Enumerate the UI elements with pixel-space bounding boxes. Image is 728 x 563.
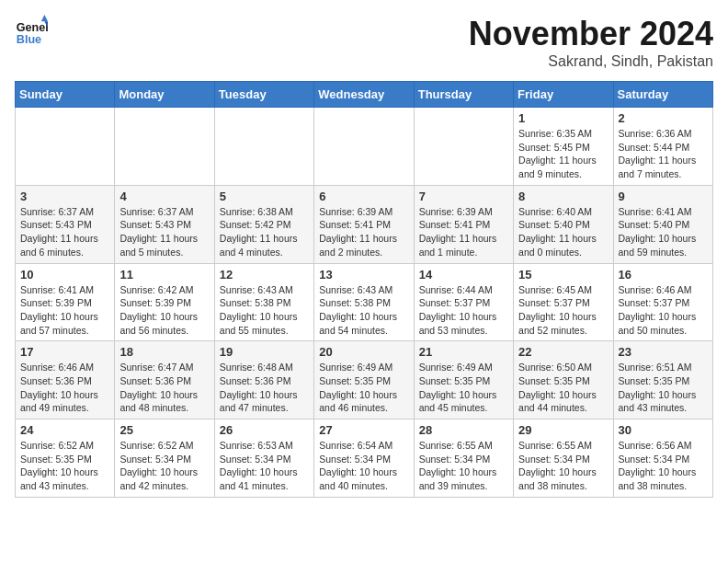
calendar-cell: 7Sunrise: 6:39 AMSunset: 5:41 PMDaylight… [414, 185, 513, 263]
day-info: Sunrise: 6:39 AMSunset: 5:41 PMDaylight:… [419, 205, 508, 259]
calendar-cell: 17Sunrise: 6:46 AMSunset: 5:36 PMDayligh… [16, 341, 115, 419]
weekday-header-thursday: Thursday [414, 82, 513, 108]
day-number: 30 [619, 423, 708, 437]
day-info: Sunrise: 6:44 AMSunset: 5:37 PMDaylight:… [419, 283, 508, 338]
day-info: Sunrise: 6:47 AMSunset: 5:36 PMDaylight:… [119, 361, 209, 415]
calendar-cell: 4Sunrise: 6:37 AMSunset: 5:43 PMDaylight… [115, 185, 214, 263]
day-number: 9 [619, 190, 708, 203]
day-number: 22 [518, 345, 608, 359]
day-info: Sunrise: 6:43 AMSunset: 5:38 PMDaylight:… [220, 283, 309, 338]
calendar-cell: 9Sunrise: 6:41 AMSunset: 5:40 PMDaylight… [613, 185, 712, 263]
day-number: 8 [518, 190, 608, 203]
title-area: November 2024 Sakrand, Sindh, Pakistan [469, 15, 713, 70]
calendar-row-3: 10Sunrise: 6:41 AMSunset: 5:39 PMDayligh… [16, 263, 713, 341]
day-number: 2 [619, 111, 708, 125]
day-number: 20 [319, 345, 408, 359]
day-info: Sunrise: 6:37 AMSunset: 5:43 PMDaylight:… [119, 205, 209, 259]
day-number: 14 [419, 268, 508, 282]
calendar-cell: 5Sunrise: 6:38 AMSunset: 5:42 PMDaylight… [214, 185, 313, 263]
day-info: Sunrise: 6:43 AMSunset: 5:38 PMDaylight:… [319, 283, 408, 338]
day-info: Sunrise: 6:35 AMSunset: 5:45 PMDaylight:… [518, 127, 608, 181]
logo: General Blue [15, 15, 48, 48]
day-info: Sunrise: 6:56 AMSunset: 5:34 PMDaylight:… [619, 439, 708, 493]
day-info: Sunrise: 6:40 AMSunset: 5:40 PMDaylight:… [518, 205, 608, 259]
day-number: 15 [518, 268, 608, 282]
calendar-cell: 1Sunrise: 6:35 AMSunset: 5:45 PMDaylight… [514, 108, 613, 186]
calendar-row-5: 24Sunrise: 6:52 AMSunset: 5:35 PMDayligh… [16, 419, 713, 498]
calendar-cell: 12Sunrise: 6:43 AMSunset: 5:38 PMDayligh… [214, 263, 313, 341]
calendar-cell: 16Sunrise: 6:46 AMSunset: 5:37 PMDayligh… [613, 263, 712, 341]
day-number: 13 [319, 268, 408, 282]
day-number: 10 [20, 268, 109, 282]
calendar-cell: 26Sunrise: 6:53 AMSunset: 5:34 PMDayligh… [214, 419, 313, 498]
weekday-header-saturday: Saturday [613, 82, 712, 108]
day-number: 5 [220, 190, 309, 203]
month-title: November 2024 [469, 15, 713, 53]
calendar-row-4: 17Sunrise: 6:46 AMSunset: 5:36 PMDayligh… [16, 341, 713, 419]
day-info: Sunrise: 6:55 AMSunset: 5:34 PMDaylight:… [419, 439, 508, 493]
calendar-cell: 21Sunrise: 6:49 AMSunset: 5:35 PMDayligh… [414, 341, 513, 419]
day-info: Sunrise: 6:37 AMSunset: 5:43 PMDaylight:… [20, 205, 109, 259]
day-info: Sunrise: 6:50 AMSunset: 5:35 PMDaylight:… [518, 361, 608, 415]
calendar-cell [214, 108, 313, 186]
weekday-header-monday: Monday [115, 82, 214, 108]
day-number: 26 [220, 423, 309, 437]
day-number: 3 [20, 190, 109, 203]
day-number: 23 [619, 345, 708, 359]
day-number: 25 [119, 423, 209, 437]
day-info: Sunrise: 6:53 AMSunset: 5:34 PMDaylight:… [220, 439, 309, 493]
calendar-cell: 27Sunrise: 6:54 AMSunset: 5:34 PMDayligh… [314, 419, 414, 498]
calendar-cell: 24Sunrise: 6:52 AMSunset: 5:35 PMDayligh… [16, 419, 115, 498]
day-info: Sunrise: 6:45 AMSunset: 5:37 PMDaylight:… [518, 283, 608, 338]
day-number: 18 [119, 345, 209, 359]
calendar-cell: 3Sunrise: 6:37 AMSunset: 5:43 PMDaylight… [16, 185, 115, 263]
calendar-cell: 23Sunrise: 6:51 AMSunset: 5:35 PMDayligh… [613, 341, 712, 419]
day-info: Sunrise: 6:41 AMSunset: 5:40 PMDaylight:… [619, 205, 708, 259]
day-info: Sunrise: 6:55 AMSunset: 5:34 PMDaylight:… [518, 439, 608, 493]
calendar-cell: 13Sunrise: 6:43 AMSunset: 5:38 PMDayligh… [314, 263, 414, 341]
day-info: Sunrise: 6:36 AMSunset: 5:44 PMDaylight:… [619, 127, 708, 181]
calendar-cell: 11Sunrise: 6:42 AMSunset: 5:39 PMDayligh… [115, 263, 214, 341]
day-number: 12 [220, 268, 309, 282]
calendar-cell [16, 108, 115, 186]
day-info: Sunrise: 6:46 AMSunset: 5:36 PMDaylight:… [20, 361, 109, 415]
day-number: 6 [319, 190, 408, 203]
day-number: 24 [20, 423, 109, 437]
location-subtitle: Sakrand, Sindh, Pakistan [469, 53, 713, 70]
svg-text:Blue: Blue [17, 33, 41, 46]
calendar-cell: 19Sunrise: 6:48 AMSunset: 5:36 PMDayligh… [214, 341, 313, 419]
calendar-cell: 30Sunrise: 6:56 AMSunset: 5:34 PMDayligh… [613, 419, 712, 498]
day-number: 19 [220, 345, 309, 359]
calendar-cell: 20Sunrise: 6:49 AMSunset: 5:35 PMDayligh… [314, 341, 414, 419]
day-number: 1 [518, 111, 608, 125]
calendar-cell [414, 108, 513, 186]
day-info: Sunrise: 6:42 AMSunset: 5:39 PMDaylight:… [119, 283, 209, 338]
calendar-cell: 10Sunrise: 6:41 AMSunset: 5:39 PMDayligh… [16, 263, 115, 341]
calendar-cell: 29Sunrise: 6:55 AMSunset: 5:34 PMDayligh… [514, 419, 613, 498]
calendar-cell: 8Sunrise: 6:40 AMSunset: 5:40 PMDaylight… [514, 185, 613, 263]
day-info: Sunrise: 6:39 AMSunset: 5:41 PMDaylight:… [319, 205, 408, 259]
calendar-cell: 18Sunrise: 6:47 AMSunset: 5:36 PMDayligh… [115, 341, 214, 419]
day-number: 7 [419, 190, 508, 203]
calendar-cell: 14Sunrise: 6:44 AMSunset: 5:37 PMDayligh… [414, 263, 513, 341]
day-info: Sunrise: 6:41 AMSunset: 5:39 PMDaylight:… [20, 283, 109, 338]
calendar-row-1: 1Sunrise: 6:35 AMSunset: 5:45 PMDaylight… [16, 108, 713, 186]
weekday-header-friday: Friday [514, 82, 613, 108]
day-number: 28 [419, 423, 508, 437]
calendar-row-2: 3Sunrise: 6:37 AMSunset: 5:43 PMDaylight… [16, 185, 713, 263]
calendar-cell: 22Sunrise: 6:50 AMSunset: 5:35 PMDayligh… [514, 341, 613, 419]
page-header: General Blue November 2024 Sakrand, Sind… [15, 15, 713, 70]
day-info: Sunrise: 6:46 AMSunset: 5:37 PMDaylight:… [619, 283, 708, 338]
day-info: Sunrise: 6:49 AMSunset: 5:35 PMDaylight:… [319, 361, 408, 415]
day-info: Sunrise: 6:54 AMSunset: 5:34 PMDaylight:… [319, 439, 408, 493]
svg-marker-2 [41, 15, 48, 21]
day-info: Sunrise: 6:38 AMSunset: 5:42 PMDaylight:… [220, 205, 309, 259]
day-number: 17 [20, 345, 109, 359]
day-number: 21 [419, 345, 508, 359]
calendar-table: SundayMondayTuesdayWednesdayThursdayFrid… [15, 81, 713, 498]
weekday-header-tuesday: Tuesday [214, 82, 313, 108]
calendar-cell: 25Sunrise: 6:52 AMSunset: 5:34 PMDayligh… [115, 419, 214, 498]
weekday-header-wednesday: Wednesday [314, 82, 414, 108]
day-info: Sunrise: 6:48 AMSunset: 5:36 PMDaylight:… [220, 361, 309, 415]
calendar-cell: 15Sunrise: 6:45 AMSunset: 5:37 PMDayligh… [514, 263, 613, 341]
